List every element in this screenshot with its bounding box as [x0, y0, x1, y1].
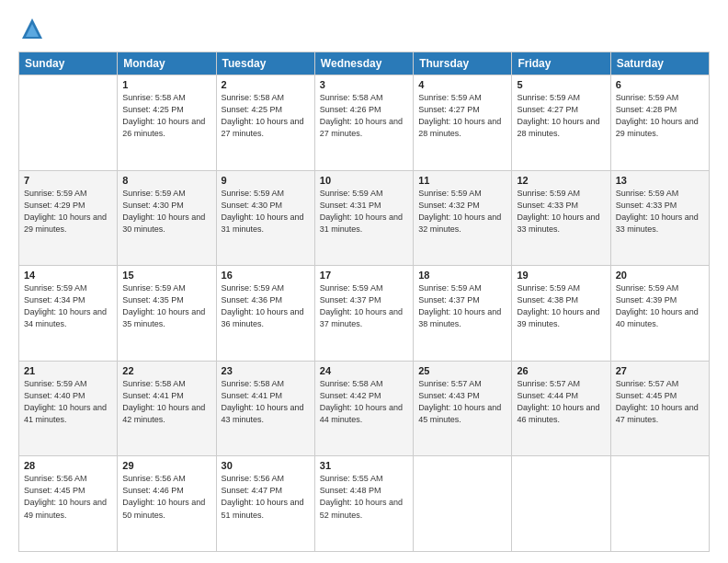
day-info: Sunrise: 5:58 AMSunset: 4:41 PMDaylight:…	[222, 378, 310, 426]
day-number: 22	[122, 365, 210, 376]
day-number: 30	[222, 460, 310, 471]
day-info: Sunrise: 5:56 AMSunset: 4:46 PMDaylight:…	[122, 473, 210, 521]
day-info: Sunrise: 5:55 AMSunset: 4:48 PMDaylight:…	[320, 473, 408, 521]
header-row: SundayMondayTuesdayWednesdayThursdayFrid…	[19, 52, 710, 75]
day-info: Sunrise: 5:59 AMSunset: 4:28 PMDaylight:…	[616, 92, 704, 140]
week-row-2: 7Sunrise: 5:59 AMSunset: 4:29 PMDaylight…	[19, 170, 710, 266]
calendar-table: SundayMondayTuesdayWednesdayThursdayFrid…	[18, 52, 710, 552]
week-row-3: 14Sunrise: 5:59 AMSunset: 4:34 PMDayligh…	[19, 266, 710, 362]
day-number: 27	[616, 365, 704, 376]
week-row-1: 1Sunrise: 5:58 AMSunset: 4:25 PMDaylight…	[19, 75, 710, 171]
day-info: Sunrise: 5:59 AMSunset: 4:31 PMDaylight:…	[320, 188, 408, 236]
day-cell: 17Sunrise: 5:59 AMSunset: 4:37 PMDayligh…	[314, 266, 413, 362]
day-info: Sunrise: 5:59 AMSunset: 4:40 PMDaylight:…	[24, 378, 112, 426]
day-cell: 11Sunrise: 5:59 AMSunset: 4:32 PMDayligh…	[414, 170, 512, 266]
day-cell: 1Sunrise: 5:58 AMSunset: 4:25 PMDaylight…	[118, 75, 216, 171]
day-number: 9	[222, 175, 310, 186]
day-number: 13	[616, 175, 704, 186]
day-cell: 18Sunrise: 5:59 AMSunset: 4:37 PMDayligh…	[414, 266, 512, 362]
day-cell: 6Sunrise: 5:59 AMSunset: 4:28 PMDaylight…	[610, 75, 709, 171]
day-info: Sunrise: 5:59 AMSunset: 4:37 PMDaylight:…	[418, 282, 506, 330]
header-cell-sunday: Sunday	[19, 52, 118, 75]
header-cell-tuesday: Tuesday	[216, 52, 314, 75]
day-cell: 31Sunrise: 5:55 AMSunset: 4:48 PMDayligh…	[314, 456, 413, 552]
day-cell: 9Sunrise: 5:59 AMSunset: 4:30 PMDaylight…	[216, 170, 314, 266]
day-info: Sunrise: 5:58 AMSunset: 4:25 PMDaylight:…	[122, 92, 210, 140]
logo	[18, 15, 50, 42]
day-info: Sunrise: 5:59 AMSunset: 4:32 PMDaylight:…	[418, 188, 506, 236]
day-number: 28	[24, 460, 112, 471]
day-cell: 19Sunrise: 5:59 AMSunset: 4:38 PMDayligh…	[512, 266, 610, 362]
day-number: 12	[517, 175, 605, 186]
day-cell: 24Sunrise: 5:58 AMSunset: 4:42 PMDayligh…	[314, 361, 413, 456]
day-cell: 23Sunrise: 5:58 AMSunset: 4:41 PMDayligh…	[216, 361, 314, 456]
day-cell: 15Sunrise: 5:59 AMSunset: 4:35 PMDayligh…	[118, 266, 216, 362]
day-info: Sunrise: 5:57 AMSunset: 4:44 PMDaylight:…	[517, 378, 605, 426]
day-cell: 25Sunrise: 5:57 AMSunset: 4:43 PMDayligh…	[414, 361, 512, 456]
day-cell: 2Sunrise: 5:58 AMSunset: 4:25 PMDaylight…	[216, 75, 314, 171]
day-cell: 21Sunrise: 5:59 AMSunset: 4:40 PMDayligh…	[19, 361, 118, 456]
day-cell: 30Sunrise: 5:56 AMSunset: 4:47 PMDayligh…	[216, 456, 314, 552]
day-info: Sunrise: 5:58 AMSunset: 4:42 PMDaylight:…	[320, 378, 408, 426]
day-number: 2	[222, 79, 310, 90]
day-cell: 26Sunrise: 5:57 AMSunset: 4:44 PMDayligh…	[512, 361, 610, 456]
header	[18, 15, 710, 42]
day-info: Sunrise: 5:59 AMSunset: 4:33 PMDaylight:…	[616, 188, 704, 236]
day-number: 31	[320, 460, 408, 471]
day-info: Sunrise: 5:56 AMSunset: 4:45 PMDaylight:…	[24, 473, 112, 521]
day-cell: 13Sunrise: 5:59 AMSunset: 4:33 PMDayligh…	[610, 170, 709, 266]
day-info: Sunrise: 5:58 AMSunset: 4:26 PMDaylight:…	[320, 92, 408, 140]
day-info: Sunrise: 5:59 AMSunset: 4:29 PMDaylight:…	[24, 188, 112, 236]
day-cell	[610, 456, 709, 552]
day-cell	[19, 75, 118, 171]
day-cell: 12Sunrise: 5:59 AMSunset: 4:33 PMDayligh…	[512, 170, 610, 266]
day-number: 15	[122, 270, 210, 281]
day-number: 26	[517, 365, 605, 376]
logo-icon	[18, 15, 46, 42]
day-cell: 8Sunrise: 5:59 AMSunset: 4:30 PMDaylight…	[118, 170, 216, 266]
day-number: 24	[320, 365, 408, 376]
day-number: 25	[418, 365, 506, 376]
week-row-5: 28Sunrise: 5:56 AMSunset: 4:45 PMDayligh…	[19, 456, 710, 552]
day-number: 7	[24, 175, 112, 186]
header-cell-thursday: Thursday	[414, 52, 512, 75]
day-cell: 4Sunrise: 5:59 AMSunset: 4:27 PMDaylight…	[414, 75, 512, 171]
day-info: Sunrise: 5:59 AMSunset: 4:38 PMDaylight:…	[517, 282, 605, 330]
day-info: Sunrise: 5:59 AMSunset: 4:39 PMDaylight:…	[616, 282, 704, 330]
day-number: 4	[418, 79, 506, 90]
day-info: Sunrise: 5:57 AMSunset: 4:43 PMDaylight:…	[418, 378, 506, 426]
day-cell: 22Sunrise: 5:58 AMSunset: 4:41 PMDayligh…	[118, 361, 216, 456]
day-number: 6	[616, 79, 704, 90]
day-info: Sunrise: 5:59 AMSunset: 4:33 PMDaylight:…	[517, 188, 605, 236]
day-cell: 29Sunrise: 5:56 AMSunset: 4:46 PMDayligh…	[118, 456, 216, 552]
day-info: Sunrise: 5:59 AMSunset: 4:34 PMDaylight:…	[24, 282, 112, 330]
day-cell: 5Sunrise: 5:59 AMSunset: 4:27 PMDaylight…	[512, 75, 610, 171]
day-info: Sunrise: 5:59 AMSunset: 4:27 PMDaylight:…	[418, 92, 506, 140]
header-cell-monday: Monday	[118, 52, 216, 75]
day-number: 3	[320, 79, 408, 90]
day-cell: 20Sunrise: 5:59 AMSunset: 4:39 PMDayligh…	[610, 266, 709, 362]
day-number: 11	[418, 175, 506, 186]
day-info: Sunrise: 5:59 AMSunset: 4:35 PMDaylight:…	[122, 282, 210, 330]
day-info: Sunrise: 5:56 AMSunset: 4:47 PMDaylight:…	[222, 473, 310, 521]
day-info: Sunrise: 5:57 AMSunset: 4:45 PMDaylight:…	[616, 378, 704, 426]
day-number: 20	[616, 270, 704, 281]
day-number: 21	[24, 365, 112, 376]
day-number: 23	[222, 365, 310, 376]
day-info: Sunrise: 5:58 AMSunset: 4:25 PMDaylight:…	[222, 92, 310, 140]
day-cell: 3Sunrise: 5:58 AMSunset: 4:26 PMDaylight…	[314, 75, 413, 171]
day-cell: 16Sunrise: 5:59 AMSunset: 4:36 PMDayligh…	[216, 266, 314, 362]
day-info: Sunrise: 5:59 AMSunset: 4:30 PMDaylight:…	[122, 188, 210, 236]
day-number: 5	[517, 79, 605, 90]
day-number: 18	[418, 270, 506, 281]
page: SundayMondayTuesdayWednesdayThursdayFrid…	[0, 0, 728, 563]
day-cell	[414, 456, 512, 552]
day-number: 14	[24, 270, 112, 281]
header-cell-wednesday: Wednesday	[314, 52, 413, 75]
day-cell: 10Sunrise: 5:59 AMSunset: 4:31 PMDayligh…	[314, 170, 413, 266]
day-info: Sunrise: 5:58 AMSunset: 4:41 PMDaylight:…	[122, 378, 210, 426]
day-number: 29	[122, 460, 210, 471]
day-info: Sunrise: 5:59 AMSunset: 4:36 PMDaylight:…	[222, 282, 310, 330]
day-info: Sunrise: 5:59 AMSunset: 4:27 PMDaylight:…	[517, 92, 605, 140]
day-number: 8	[122, 175, 210, 186]
